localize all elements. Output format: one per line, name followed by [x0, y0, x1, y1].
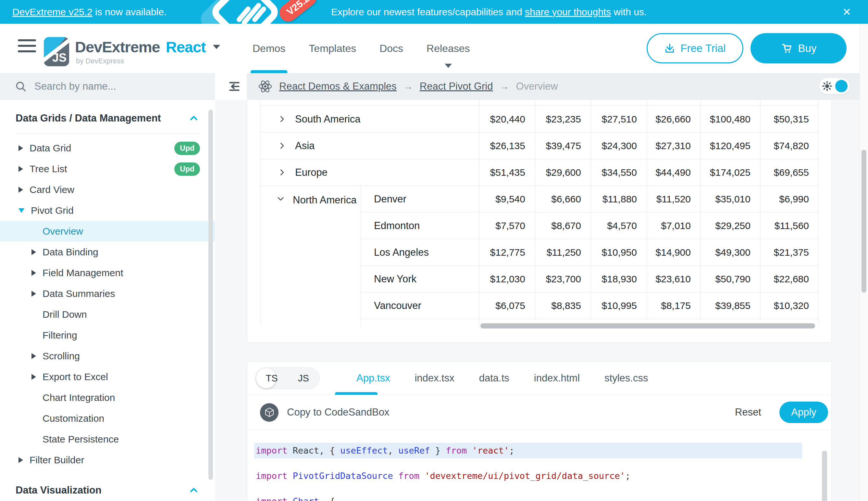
pivot-value-cell: $12,030	[479, 266, 535, 292]
reset-button[interactable]: Reset	[735, 406, 761, 418]
sidebar-item-drill-down[interactable]: Drill Down	[0, 304, 215, 325]
pivot-value-cell: $27,310	[647, 132, 701, 159]
file-tab-index-html[interactable]: index.html	[534, 372, 580, 384]
sidebar-section-data-grids[interactable]: Data Grids / Data Management	[0, 107, 215, 130]
sidebar-item-state-persistence[interactable]: State Persistence	[0, 429, 215, 450]
pivot-row-header[interactable]: North America	[260, 186, 361, 213]
sidebar-item-card-view[interactable]: Card View	[0, 179, 215, 200]
apply-button[interactable]: Apply	[779, 402, 828, 423]
body-row: Data Grids / Data Management Data GridUp…	[0, 73, 868, 501]
pivot-value-cell: $22,680	[760, 266, 818, 292]
buy-button[interactable]: Buy	[750, 33, 847, 63]
announcement-banner: DevExtreme v25.2 is now available. V25.2…	[0, 0, 868, 24]
pivot-label-cell	[260, 100, 479, 106]
pivot-value-cell: $9,540	[479, 186, 535, 213]
sidebar-item-tree-list[interactable]: Tree ListUpd	[0, 159, 215, 179]
pivot-row-header[interactable]	[260, 239, 361, 266]
sidebar-scrollbar[interactable]	[208, 109, 213, 480]
pivot-value-cell: $11,880	[591, 186, 647, 213]
sidebar-item-label: Drill Down	[43, 309, 87, 320]
sidebar-item-overview[interactable]: Overview	[0, 221, 215, 242]
collapse-sidebar-icon[interactable]	[228, 79, 241, 95]
sidebar-item-label: Pivot Grid	[31, 205, 74, 216]
search-input[interactable]	[34, 81, 190, 92]
expand-row-icon[interactable]	[277, 141, 286, 150]
pivot-row-header[interactable]: Europe	[260, 159, 479, 186]
devextreme-js-logo[interactable]: JS	[44, 37, 69, 66]
page-scrollbar-thumb[interactable]	[861, 150, 866, 293]
sidebar-item-chart-integration[interactable]: Chart Integration	[0, 387, 215, 408]
sidebar-item-data-summaries[interactable]: Data Summaries	[0, 283, 215, 304]
framework-selector[interactable]: React	[166, 38, 206, 56]
file-tab-styles-css[interactable]: styles.css	[604, 372, 648, 384]
hamburger-menu-icon[interactable]	[18, 39, 36, 57]
file-tab-data-ts[interactable]: data.ts	[479, 372, 509, 384]
code-scrollbar[interactable]	[822, 451, 827, 501]
sidebar-item-scrolling[interactable]: Scrolling	[0, 346, 215, 366]
expand-row-icon[interactable]	[277, 115, 286, 124]
banner-version-link[interactable]: DevExtreme v25.2	[12, 7, 92, 17]
language-toggle[interactable]: TS JS	[255, 367, 320, 389]
lang-option-ts[interactable]: TS	[256, 368, 288, 388]
sidebar-item-data-grid[interactable]: Data GridUpd	[0, 138, 215, 159]
code-line: import PivotGridDataSource from 'devextr…	[254, 468, 802, 484]
close-icon[interactable]: ✕	[842, 7, 851, 17]
nav-item-demos[interactable]: Demos	[253, 24, 285, 73]
nav-item-templates[interactable]: Templates	[309, 24, 356, 73]
sidebar-item-customization[interactable]: Customization	[0, 408, 215, 429]
free-trial-button[interactable]: Free Trial	[647, 33, 743, 63]
sidebar-item-filtering[interactable]: Filtering	[0, 325, 215, 346]
nav-item-docs[interactable]: Docs	[380, 24, 403, 73]
breadcrumb-link[interactable]: React Demos & Examples	[279, 81, 397, 92]
pivot-value-cell: $21,375	[760, 239, 818, 266]
pivot-row-header[interactable]: Los Angeles	[361, 239, 479, 266]
sidebar-item-pivot-grid[interactable]: Pivot Grid	[0, 200, 215, 221]
chevron-down-icon[interactable]	[213, 45, 220, 49]
pivot-row-header[interactable]	[260, 213, 361, 239]
nav-item-label: Templates	[309, 43, 356, 55]
pivot-value-cell: $34,550	[591, 159, 647, 186]
code-line: import Chart, {	[254, 493, 802, 501]
file-tab-app-tsx[interactable]: App.tsx	[356, 372, 390, 384]
pivot-value-cell: $4,570	[591, 213, 647, 239]
pivot-row-header[interactable]: Edmonton	[361, 213, 479, 239]
horizontal-scrollbar[interactable]	[481, 323, 815, 329]
collapse-row-icon[interactable]	[276, 194, 285, 203]
sidebar-item-filter-builder[interactable]: Filter Builder	[0, 450, 215, 470]
pivot-value-cell: $10,950	[591, 239, 647, 266]
sidebar-item-data-binding[interactable]: Data Binding	[0, 242, 215, 263]
pivot-value-cell: $69,655	[760, 159, 818, 186]
pivot-row-header[interactable]: South America	[260, 106, 479, 132]
pivot-empty-cell	[361, 319, 479, 328]
share-your-thoughts-link[interactable]: share your thoughts	[525, 7, 611, 17]
breadcrumb-separator: →	[403, 81, 413, 92]
breadcrumb-link[interactable]: React Pivot Grid	[420, 81, 493, 92]
file-tab-index-tsx[interactable]: index.tsx	[415, 372, 454, 384]
pivot-grid-card: South America$20,440$23,235$27,510$26,66…	[247, 100, 832, 343]
expand-row-icon[interactable]	[277, 168, 286, 177]
breadcrumb-separator: →	[499, 81, 510, 92]
codesandbox-icon[interactable]	[260, 403, 278, 422]
pivot-row-header[interactable]	[260, 266, 361, 292]
copy-to-codesandbox-button[interactable]: Copy to CodeSandBox	[287, 406, 389, 418]
active-tab-underline	[335, 392, 377, 395]
pivot-row-header[interactable]: Denver	[361, 186, 479, 213]
pivot-row-header[interactable]	[260, 292, 361, 319]
sidebar-item-label: Field Management	[43, 267, 123, 278]
lang-option-js[interactable]: JS	[288, 368, 319, 388]
pivot-value-cell: $27,510	[591, 106, 647, 132]
theme-toggle[interactable]	[819, 78, 850, 94]
main-area: React Demos & Examples→React Pivot Grid→…	[215, 73, 868, 501]
sidebar-item-field-management[interactable]: Field Management	[0, 263, 215, 283]
sidebar-section-data-visualization[interactable]: Data Visualization	[0, 479, 215, 501]
nav-item-releases[interactable]: Releases	[427, 24, 470, 73]
pivot-value-cell: $7,010	[647, 213, 701, 239]
breadcrumb-items: React Demos & Examples→React Pivot Grid→…	[279, 81, 558, 92]
pivot-row-header[interactable]: New York	[361, 266, 479, 292]
banner-message: Explore our newest features/capabilities…	[331, 7, 647, 18]
pivot-row-header[interactable]: Asia	[260, 132, 479, 159]
pivot-row-header[interactable]: Vancouver	[361, 292, 479, 319]
pivot-value-cell: $74,820	[760, 132, 818, 159]
code-editor[interactable]: import React, { useEffect, useRef } from…	[247, 430, 831, 501]
sidebar-item-export-to-excel[interactable]: Export to Excel	[0, 366, 215, 387]
